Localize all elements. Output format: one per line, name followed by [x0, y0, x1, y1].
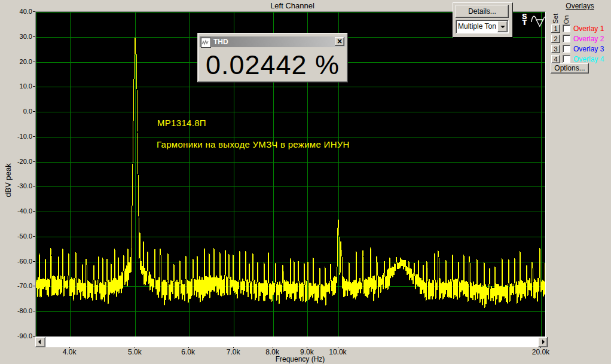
y-tick-mark: [33, 62, 35, 62]
y-tick-label: -50.0: [0, 233, 32, 240]
overlay-label-1: Overlay 1: [573, 25, 604, 33]
y-tick-mark: [33, 161, 35, 162]
y-tick-mark: [33, 11, 35, 12]
page-title: Left Channel: [233, 1, 352, 10]
y-tick-label: -60.0: [0, 258, 32, 265]
overlay-set-button-2[interactable]: 2: [551, 35, 560, 43]
scroll-left-icon: [38, 339, 41, 344]
y-tick-label: 20.0: [0, 58, 32, 65]
y-tick-mark: [33, 86, 35, 87]
thd-window-title: THD: [213, 36, 228, 48]
x-tick-label: 5.0k: [128, 348, 142, 356]
y-tick-label: -80.0: [0, 307, 32, 314]
y-tick-label: 30.0: [0, 33, 32, 40]
scroll-right-button[interactable]: [538, 337, 548, 347]
y-tick-mark: [33, 186, 35, 186]
combo-dropdown-button[interactable]: [497, 21, 508, 32]
scroll-left-button[interactable]: [35, 337, 45, 347]
overlay-checkbox-3[interactable]: [563, 45, 570, 53]
x-tick-label: 4.0k: [63, 348, 77, 356]
generator-status-icon: S T: [522, 14, 527, 26]
y-tick-label: -20.0: [0, 158, 32, 165]
overlay-checkbox-1[interactable]: [563, 25, 570, 32]
chevron-down-icon: [500, 26, 505, 28]
x-tick-label: 7.0k: [227, 348, 240, 356]
x-tick-label: 6.0k: [181, 348, 195, 356]
y-tick-label: 40.0: [0, 8, 32, 15]
app-window: Left Channel dBV peak МР1314.8П Гармоник…: [0, 0, 611, 364]
y-tick-mark: [33, 311, 35, 311]
y-tick-label: -70.0: [0, 282, 32, 289]
y-tick-mark: [33, 236, 35, 237]
y-tick-mark: [33, 36, 35, 37]
thd-window[interactable]: THD × 0.02442 %: [197, 33, 348, 82]
y-tick-mark: [33, 261, 35, 262]
y-tick-mark: [33, 286, 35, 286]
overlay-label-4: Overlay 4: [573, 55, 604, 63]
tone-mode-combobox[interactable]: Multiple Ton: [456, 20, 509, 33]
horizontal-scrollbar[interactable]: [35, 337, 548, 347]
overlay-label-2: Overlay 2: [573, 35, 604, 43]
overlay-set-button-4[interactable]: 4: [551, 55, 560, 63]
y-tick-mark: [33, 336, 35, 337]
scroll-right-icon: [542, 339, 545, 344]
generator-badge-t: T: [522, 20, 527, 26]
y-tick-label: -30.0: [0, 182, 32, 189]
overlay-checkbox-4[interactable]: [563, 55, 570, 63]
options-button[interactable]: Options...: [551, 63, 589, 74]
tone-mode-value: Multiple Ton: [458, 22, 496, 30]
overlay-set-button-3[interactable]: 3: [551, 45, 560, 53]
overlays-heading: Overlays: [550, 2, 610, 10]
y-tick-label: 0.0: [0, 108, 32, 115]
x-tick-label: 20.0k: [532, 348, 549, 356]
close-icon[interactable]: ×: [335, 37, 344, 46]
y-tick-label: 10.0: [0, 82, 32, 90]
annotation-line1: МР1314.8П: [157, 118, 206, 128]
y-tick-mark: [33, 111, 35, 112]
overlays-on-column-label: On: [563, 16, 570, 25]
generator-panel: Details... Multiple Ton: [453, 2, 513, 38]
details-button[interactable]: Details...: [456, 5, 509, 18]
thd-titlebar[interactable]: THD ×: [200, 36, 346, 47]
overlay-label-3: Overlay 3: [573, 45, 604, 53]
y-tick-label: -10.0: [0, 133, 32, 140]
thd-value: 0.02442 %: [197, 50, 348, 80]
overlay-checkbox-2[interactable]: [563, 35, 570, 42]
y-tick-label: -40.0: [0, 207, 32, 215]
x-axis-title: Frequency (Hz): [240, 355, 360, 363]
overlays-set-column-label: Set: [552, 14, 559, 24]
y-axis-title: dBV peak: [4, 160, 13, 201]
y-tick-mark: [33, 211, 35, 212]
overlay-set-button-1[interactable]: 1: [551, 25, 560, 33]
sine-wave-icon: [531, 14, 545, 27]
y-tick-mark: [33, 136, 35, 137]
y-tick-label: -90.0: [0, 332, 32, 339]
annotation-line2: Гармоники на выходе УМЗЧ в режиме ИНУН: [157, 139, 350, 149]
thd-window-icon: [201, 38, 211, 48]
